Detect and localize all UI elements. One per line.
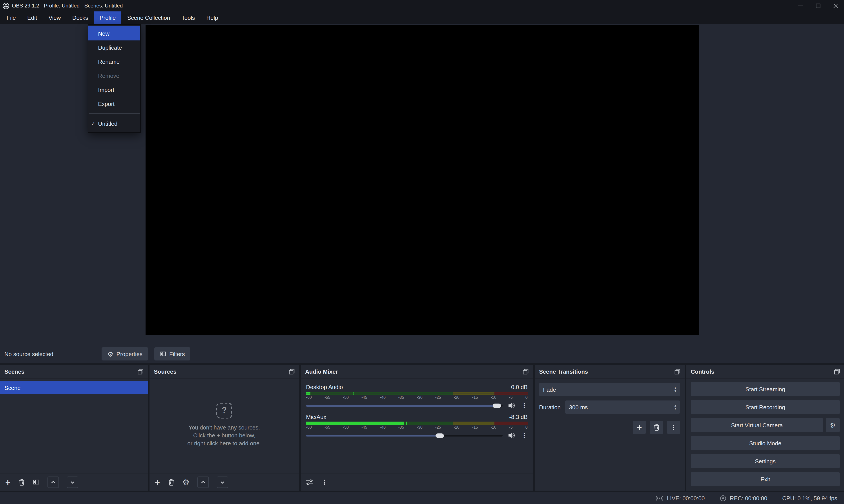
- menu-item-rename[interactable]: Rename: [88, 55, 140, 69]
- source-properties-gear-icon[interactable]: ⚙: [182, 477, 189, 487]
- exit-button[interactable]: Exit: [691, 472, 840, 486]
- remove-transition-button[interactable]: [650, 421, 663, 434]
- menu-file[interactable]: File: [1, 12, 21, 24]
- popout-icon[interactable]: [523, 368, 528, 374]
- tick-label: -55: [324, 425, 330, 430]
- maximize-icon[interactable]: [809, 0, 827, 12]
- volume-slider-handle[interactable]: [492, 403, 501, 408]
- mute-speaker-icon[interactable]: [508, 402, 516, 409]
- controls-body: Start Streaming Start Recording Start Vi…: [686, 378, 844, 491]
- menu-profile[interactable]: Profile: [94, 12, 122, 24]
- menu-view[interactable]: View: [43, 12, 67, 24]
- controls-dock-header: Controls: [686, 365, 844, 378]
- add-transition-button[interactable]: +: [633, 421, 646, 434]
- virtual-camera-settings-button[interactable]: ⚙: [826, 418, 840, 432]
- empty-line: or right click here to add one.: [187, 440, 261, 446]
- duration-label: Duration: [539, 404, 561, 410]
- tick-label: -25: [435, 395, 441, 400]
- advanced-audio-icon[interactable]: [306, 479, 313, 485]
- move-source-down-icon[interactable]: [217, 476, 228, 488]
- menu-docks[interactable]: Docks: [67, 12, 94, 24]
- tick-label: -10: [491, 395, 497, 400]
- channel-options-kebab-icon[interactable]: ⋮: [521, 432, 528, 439]
- add-source-icon[interactable]: +: [155, 478, 160, 486]
- start-streaming-button[interactable]: Start Streaming: [691, 382, 840, 396]
- check-icon: ✓: [91, 121, 95, 126]
- menu-item-new[interactable]: New: [88, 26, 140, 40]
- duration-spinbox[interactable]: 300 ms ▴ ▾: [565, 400, 680, 414]
- transitions-body: Fade ▴ ▾ Duration 300 ms ▴ ▾: [535, 378, 685, 491]
- popout-icon[interactable]: [138, 368, 143, 374]
- move-scene-up-icon[interactable]: [47, 476, 59, 488]
- mute-speaker-icon[interactable]: [508, 432, 516, 439]
- scenes-title: Scenes: [4, 368, 24, 375]
- menu-item-export[interactable]: Export: [88, 97, 140, 111]
- chevron-down-icon[interactable]: ▾: [675, 390, 676, 393]
- live-status: LIVE: 00:00:00: [656, 495, 705, 502]
- move-scene-down-icon[interactable]: [67, 476, 78, 488]
- volume-slider-handle[interactable]: [435, 433, 444, 438]
- start-virtual-camera-button[interactable]: Start Virtual Camera: [691, 418, 823, 432]
- volume-slider[interactable]: [306, 434, 503, 436]
- menu-scene-collection[interactable]: Scene Collection: [122, 12, 176, 24]
- popout-icon[interactable]: [675, 368, 680, 374]
- preview-canvas[interactable]: [146, 24, 699, 335]
- transition-select[interactable]: Fade ▴ ▾: [539, 383, 680, 396]
- scene-transitions-dock: Scene Transitions Fade ▴ ▾ Duration 300 …: [535, 365, 685, 491]
- remove-scene-icon[interactable]: [18, 479, 25, 486]
- properties-label: Properties: [116, 350, 142, 357]
- transition-options-kebab-button[interactable]: ⋮: [667, 421, 680, 434]
- popout-icon[interactable]: [289, 368, 294, 374]
- scenes-toolbar: +: [0, 473, 148, 491]
- audio-mixer-dock: Audio Mixer Desktop Audio 0.0 dB: [301, 365, 533, 491]
- rec-time: REC: 00:00:00: [730, 495, 767, 502]
- studio-mode-button[interactable]: Studio Mode: [691, 436, 840, 450]
- menu-item-duplicate[interactable]: Duplicate: [88, 40, 140, 55]
- menu-help[interactable]: Help: [200, 12, 224, 24]
- no-source-label: No source selected: [4, 350, 53, 357]
- combo-arrows: ▴ ▾: [672, 386, 676, 393]
- tick-label: -50: [343, 425, 349, 430]
- meter-divider: [306, 423, 528, 423]
- volume-slider-fill: [306, 404, 497, 407]
- sources-empty-state: ? You don't have any sources. Click the …: [149, 378, 299, 473]
- sources-list[interactable]: ? You don't have any sources. Click the …: [149, 378, 299, 473]
- profile-name: Untitled: [98, 120, 118, 127]
- filters-button[interactable]: Filters: [154, 347, 191, 360]
- audio-mixer-dock-header: Audio Mixer: [301, 365, 533, 378]
- add-scene-icon[interactable]: +: [5, 478, 10, 486]
- menu-tools[interactable]: Tools: [176, 12, 201, 24]
- remove-source-icon[interactable]: [168, 479, 174, 486]
- menu-edit[interactable]: Edit: [21, 12, 43, 24]
- scene-filters-icon[interactable]: [33, 479, 39, 485]
- start-recording-button[interactable]: Start Recording: [691, 400, 840, 414]
- popout-icon[interactable]: [834, 368, 840, 374]
- source-toolbar: No source selected ⚙ Properties Filters: [0, 345, 844, 363]
- menu-item-untitled[interactable]: ✓ Untitled: [88, 116, 140, 130]
- docks-row: Scenes Scene +: [0, 363, 844, 492]
- tick-label: -50: [343, 395, 349, 400]
- sources-title: Sources: [154, 368, 177, 375]
- tick-label: -60: [306, 425, 312, 430]
- mixer-options-kebab-icon[interactable]: ⋮: [321, 479, 328, 485]
- volume-slider[interactable]: [306, 404, 503, 407]
- tick-label: -20: [454, 425, 460, 430]
- menu-item-import[interactable]: Import: [88, 83, 140, 97]
- tick-label: -25: [435, 425, 441, 430]
- scene-list-item[interactable]: Scene: [0, 381, 148, 394]
- properties-button[interactable]: ⚙ Properties: [102, 347, 148, 360]
- mixer-channel-desktop-audio: Desktop Audio 0.0 dB -60 -55 -50 -45 -40: [306, 384, 528, 409]
- profile-menu: New Duplicate Rename Remove Import Expor…: [88, 24, 141, 133]
- minimize-icon[interactable]: [791, 0, 809, 12]
- tick-label: -60: [306, 395, 312, 400]
- close-icon[interactable]: [827, 0, 844, 12]
- channel-options-kebab-icon[interactable]: ⋮: [521, 402, 528, 409]
- gear-icon: ⚙: [830, 422, 836, 428]
- move-source-up-icon[interactable]: [197, 476, 209, 488]
- tick-label: -10: [491, 425, 497, 430]
- filters-icon: [160, 351, 166, 357]
- settings-button[interactable]: Settings: [691, 454, 840, 468]
- chevron-down-icon[interactable]: ▾: [675, 407, 676, 410]
- cpu-fps-text: CPU: 0.1%, 59.94 fps: [782, 495, 837, 502]
- volume-meter: [306, 392, 528, 395]
